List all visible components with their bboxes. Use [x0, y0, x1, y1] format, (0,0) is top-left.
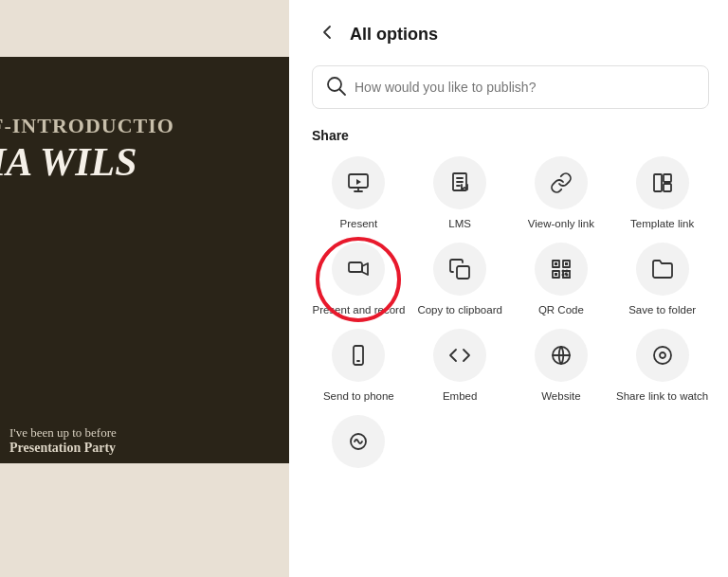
template-link-label: Template link — [630, 217, 694, 231]
svg-point-35 — [660, 352, 665, 358]
lms-label: LMS — [448, 217, 471, 231]
svg-point-34 — [654, 347, 671, 364]
svg-rect-10 — [654, 174, 662, 191]
svg-rect-31 — [354, 346, 363, 365]
link-icon — [550, 171, 573, 194]
subtitle-line1: I've been up to before — [9, 425, 280, 441]
qr-icon — [550, 258, 573, 280]
copy-icon — [448, 258, 471, 280]
svg-rect-15 — [457, 266, 469, 279]
phone-icon-wrap — [332, 329, 385, 382]
svg-rect-19 — [565, 262, 568, 265]
svg-line-1 — [340, 90, 346, 96]
view-only-link-icon-wrap — [535, 156, 588, 209]
svg-rect-12 — [664, 184, 671, 191]
option-send-phone[interactable]: Send to phone — [312, 329, 406, 404]
website-icon-wrap — [535, 329, 588, 382]
website-icon — [550, 344, 573, 367]
svg-rect-11 — [664, 174, 671, 182]
option-copy-clipboard[interactable]: Copy to clipboard — [413, 243, 507, 317]
template-link-icon-wrap — [636, 156, 689, 209]
lms-icon-wrap — [433, 156, 486, 209]
svg-marker-14 — [362, 263, 368, 275]
svg-marker-5 — [356, 179, 361, 185]
title-line1: F-INTRODUCTIO — [0, 114, 289, 138]
save-folder-label: Save to folder — [628, 303, 696, 317]
share-watch-label: Share link to watch — [616, 389, 708, 404]
option-lms[interactable]: LMS — [413, 156, 507, 231]
presentation-preview: F-INTRODUCTIO IA WILS I've been up to be… — [0, 0, 289, 577]
presentation-subtitle: I've been up to before Presentation Part… — [0, 418, 289, 463]
panel-header: All options — [312, 19, 709, 50]
view-only-link-label: View-only link — [528, 217, 594, 231]
lms-icon — [448, 171, 471, 194]
subtitle-line2: Presentation Party — [9, 441, 280, 456]
present-icon — [347, 171, 370, 194]
present-record-icon-wrap — [332, 243, 385, 296]
present-record-label: Present and record — [312, 303, 405, 317]
embed-icon-wrap — [433, 329, 486, 382]
present-icon-wrap — [332, 156, 385, 209]
svg-rect-13 — [349, 262, 362, 272]
qr-icon-wrap — [535, 243, 588, 296]
option-present[interactable]: Present — [312, 156, 406, 231]
options-grid: Present LMS Vie — [312, 156, 709, 476]
title-line2: IA WILS — [0, 142, 289, 182]
search-box[interactable] — [312, 65, 709, 109]
option-view-only-link[interactable]: View-only link — [515, 156, 609, 231]
option-website[interactable]: Website — [515, 329, 609, 404]
website-label: Website — [541, 389, 580, 404]
search-input[interactable] — [355, 80, 697, 95]
presentation-title: F-INTRODUCTIO IA WILS — [0, 114, 289, 182]
qr-code-label: QR Code — [538, 303, 584, 317]
option-qr-code[interactable]: QR Code — [515, 243, 609, 317]
search-icon — [324, 74, 347, 100]
watch-icon — [651, 344, 674, 367]
folder-icon — [651, 258, 674, 280]
options-panel: All options Share Present — [289, 0, 728, 577]
folder-icon-wrap — [636, 243, 689, 296]
phone-icon — [347, 344, 370, 367]
present-record-icon — [347, 258, 370, 280]
present-label: Present — [340, 217, 378, 231]
watch-icon-wrap — [636, 329, 689, 382]
option-share-watch[interactable]: Share link to watch — [615, 329, 709, 404]
option-present-record[interactable]: Present and record — [312, 243, 406, 317]
svg-rect-17 — [555, 262, 557, 265]
embed-label: Embed — [443, 389, 477, 404]
copy-clipboard-label: Copy to clipboard — [417, 303, 502, 317]
share-section-label: Share — [312, 128, 709, 143]
more-icon-wrap — [332, 415, 385, 468]
embed-icon — [448, 344, 471, 367]
svg-rect-21 — [555, 273, 557, 276]
panel-title: All options — [350, 25, 438, 45]
copy-icon-wrap — [433, 243, 486, 296]
option-save-folder[interactable]: Save to folder — [615, 243, 709, 317]
template-icon — [651, 171, 674, 194]
option-template-link[interactable]: Template link — [615, 156, 709, 231]
back-icon — [316, 21, 338, 44]
torn-paper-bottom — [0, 463, 289, 577]
option-more[interactable] — [312, 415, 406, 476]
back-button[interactable] — [312, 19, 342, 50]
more-icon — [347, 430, 370, 453]
option-embed[interactable]: Embed — [413, 329, 507, 404]
send-phone-label: Send to phone — [323, 389, 394, 404]
